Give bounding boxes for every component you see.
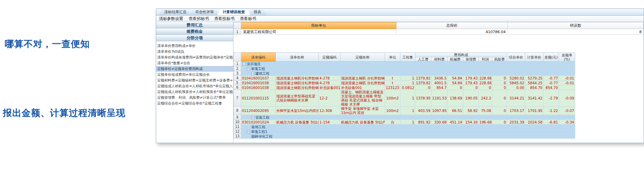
tree-row[interactable]: 2单项工程 bbox=[234, 66, 575, 71]
cell-diff[interactable]: 854.70 bbox=[543, 85, 559, 90]
col-header-composite-price[interactable]: 综合单价 bbox=[507, 53, 525, 62]
cell-manage-fee[interactable]: 179.43 bbox=[463, 76, 479, 81]
cell-machine-fee[interactable]: 54.84 bbox=[448, 81, 463, 85]
cell-quota-name[interactable]: 脚手架 单项脚手架 木架 15m以内 双排 bbox=[340, 107, 385, 115]
check-item-5[interactable]: 定额单价≠定额单价费用构成 bbox=[156, 66, 233, 72]
grid-row[interactable]: 4010416001037现浇混凝土钢筋冷轧带肋钢筋Φ54-278现浇混凝土钢筋… bbox=[234, 76, 575, 81]
cell-diff-rate[interactable]: -0.07 bbox=[559, 107, 575, 115]
check-item-11[interactable]: 定额综合合价≠定额综合单价*定额工程量 bbox=[156, 100, 233, 106]
cell-machine-fee[interactable]: 138.69 bbox=[448, 90, 463, 107]
toolbar-link-1[interactable]: 清标参数设置 bbox=[159, 16, 183, 22]
cell-manage-fee[interactable]: 154.16 bbox=[463, 120, 479, 124]
cell-list-code[interactable]: 030102001024 bbox=[241, 120, 276, 124]
cell-profit[interactable]: 0 bbox=[479, 85, 492, 90]
tree-row[interactable]: 12单项工程1 bbox=[234, 129, 575, 134]
cell-manage-fee[interactable]: 0 bbox=[463, 85, 479, 90]
cell-quota-name[interactable]: 现浇混凝土钢筋 冷轧带肋钢筋 Φ5 bbox=[340, 76, 385, 81]
cell-quota-code[interactable]: 补充设备001 bbox=[319, 85, 340, 90]
col-header-diff-rate[interactable]: 差额率(%) bbox=[559, 53, 575, 62]
cell-quantity[interactable]: 1 bbox=[400, 90, 415, 107]
cell-material-fee[interactable]: 1191.53 bbox=[431, 90, 448, 107]
cell-list-name[interactable]: 现浇混凝土钢筋冷轧带肋钢筋Φ5 bbox=[276, 81, 319, 85]
cell-composite-price[interactable]: 1703.17 bbox=[507, 107, 525, 115]
tab-1[interactable]: 清标结果汇总 bbox=[159, 9, 192, 15]
sidebar-button-1[interactable]: 费用汇总 bbox=[156, 22, 233, 28]
tree-row[interactable]: 11装饰工程 bbox=[234, 124, 575, 129]
check-item-3[interactable]: 清单单价构成各项费用≠该费用的定额单价*定额含量 bbox=[156, 54, 233, 60]
bidder-total-cell[interactable]: 410786.04 bbox=[396, 29, 508, 35]
cell-quota-code[interactable]: 12-308 bbox=[319, 107, 340, 115]
bidder-col-header-total[interactable]: 总报价 bbox=[396, 22, 508, 29]
grid-row[interactable]: 10030102001024机械压力机 设备重量 5t以内1-154机械压力机 … bbox=[234, 120, 575, 124]
grid-row[interactable]: 7011201001115现浇混凝土带型基础无梁式组合钢模板木支撑12-2混凝土… bbox=[234, 90, 575, 107]
cell-unit[interactable]: 台 bbox=[385, 120, 400, 124]
cell-diff[interactable]: -0.77 bbox=[543, 76, 559, 81]
tree-cell[interactable]: 演示项目 bbox=[241, 62, 575, 66]
toolbar-link-2[interactable]: 查看招标书 bbox=[189, 16, 209, 22]
cell-profit[interactable]: 228.66 bbox=[479, 81, 492, 85]
cell-material-fee[interactable]: 330.68 bbox=[431, 120, 448, 124]
cell-risk-fee[interactable]: 0 bbox=[492, 81, 507, 85]
cell-machine-fee[interactable]: 451.14 bbox=[448, 120, 463, 124]
cell-unit[interactable]: 123123 bbox=[385, 85, 400, 90]
collapse-icon[interactable] bbox=[243, 63, 246, 66]
bidder-col-header-errors[interactable]: 错误数 bbox=[508, 22, 644, 29]
cell-manage-fee[interactable]: 190.05 bbox=[463, 90, 479, 107]
bidder-row[interactable]: 1某建筑工程有限公司410786.048 bbox=[234, 29, 644, 35]
cell-list-name[interactable]: 现浇混凝土钢筋冷轧带肋钢筋Φ5 bbox=[276, 76, 319, 81]
check-item-4[interactable]: 清单单价*数量≠合价 bbox=[156, 60, 233, 66]
cell-list-code[interactable]: 010416001038 bbox=[241, 85, 276, 90]
tree-cell[interactable]: 安装工程 bbox=[241, 115, 575, 120]
col-header-quota-name[interactable]: 定额名称 bbox=[340, 53, 385, 62]
cell-manage-fee[interactable]: 58.92 bbox=[463, 107, 479, 115]
cell-list-name[interactable]: 现浇混凝土钢筋冷轧带肋钢筋Φ5 bbox=[276, 85, 319, 90]
bidder-name-cell[interactable]: 某建筑工程有限公司 bbox=[241, 29, 396, 35]
tree-cell[interactable]: 建筑工程 bbox=[241, 71, 575, 76]
cell-list-code[interactable]: 011204002095 bbox=[241, 107, 276, 115]
cell-diff-rate[interactable]: -0.09 bbox=[559, 90, 575, 107]
cell-quota-name[interactable]: 混凝土、钢筋混凝土模板及支架现浇混凝土模板 带型基础 无梁式混凝土 组合钢模板 … bbox=[340, 90, 385, 107]
col-header-machine[interactable]: 机械费 bbox=[448, 57, 463, 62]
cell-diff-rate[interactable]: -0.34 bbox=[559, 120, 575, 124]
cell-calc-price[interactable]: 854.70 bbox=[525, 85, 543, 90]
col-header-cost-group[interactable]: 费用构成 bbox=[415, 53, 507, 57]
cell-calc-price[interactable]: 5279.25 bbox=[525, 76, 543, 81]
cell-material-fee[interactable]: 854.7 bbox=[431, 85, 448, 90]
grid-row[interactable]: 8011204002095外脚手架木架15m以内双排12-308脚手架 单项脚手… bbox=[234, 107, 575, 115]
cell-diff-rate[interactable]: -0.01 bbox=[559, 81, 575, 85]
grid-row[interactable]: 5010416001038现浇混凝土钢筋冷轧带肋钢筋Φ54-278现浇混凝土钢筋… bbox=[234, 81, 575, 85]
cell-profit[interactable]: 75.08 bbox=[479, 107, 492, 115]
cell-unit[interactable]: t bbox=[385, 76, 400, 81]
cell-quantity[interactable]: 0.0812 bbox=[400, 85, 415, 90]
cell-diff-rate[interactable]: -0.01 bbox=[559, 76, 575, 81]
tree-row[interactable]: 3建筑工程 bbox=[234, 71, 575, 76]
cell-quota-name[interactable]: 机械压力机 设备重量 5t以内 bbox=[340, 120, 385, 124]
cell-calc-price[interactable]: 2024.58 bbox=[525, 120, 543, 124]
cell-unit[interactable]: 100m2 bbox=[385, 107, 400, 115]
cell-diff[interactable]: -1.22 bbox=[543, 107, 559, 115]
cell-calc-price[interactable]: 1701.95 bbox=[525, 107, 543, 115]
col-header-risk[interactable]: 风险费 bbox=[492, 57, 507, 62]
cell-quota-code[interactable]: 4-278 bbox=[319, 81, 340, 85]
cell-diff-rate[interactable] bbox=[559, 85, 575, 90]
cell-quota-code[interactable]: 12-2 bbox=[319, 90, 340, 107]
tree-row[interactable]: 9安装工程 bbox=[234, 115, 575, 120]
cell-machine-fee[interactable]: 66.51 bbox=[448, 107, 463, 115]
cell-composite-price[interactable]: 2031.39 bbox=[507, 120, 525, 124]
cell-diff[interactable]: -6.81 bbox=[543, 120, 559, 124]
cell-labor-fee[interactable]: 1379.82 bbox=[415, 76, 431, 81]
cell-labor-fee[interactable]: 0 bbox=[415, 85, 431, 90]
tree-cell[interactable]: 装饰工程 bbox=[241, 124, 575, 129]
check-item-8[interactable]: 定额组成人材机合价≠人材机市场价*单位定额人材机含量 bbox=[156, 83, 233, 89]
cell-profit[interactable]: 242.2 bbox=[479, 90, 492, 107]
check-item-1[interactable]: 清单单价费用构成≠单价 bbox=[156, 43, 233, 49]
col-header-unit[interactable]: 单位 bbox=[385, 53, 400, 62]
grid-row[interactable]: 6010416001038现浇混凝土钢筋冷轧带肋钢筋Φ5补充设备001补充设备0… bbox=[234, 85, 575, 90]
cell-labor-fee[interactable]: 403.59 bbox=[415, 107, 431, 115]
cell-risk-fee[interactable]: 0 bbox=[492, 85, 507, 90]
collapse-icon[interactable] bbox=[247, 67, 250, 70]
cell-machine-fee[interactable]: 0 bbox=[448, 85, 463, 90]
cell-labor-fee[interactable]: 1378.95 bbox=[415, 90, 431, 107]
cell-list-name[interactable]: 外脚手架木架15m以内双排 bbox=[276, 107, 319, 115]
tab-2[interactable]: 符合性评审 bbox=[190, 9, 219, 15]
